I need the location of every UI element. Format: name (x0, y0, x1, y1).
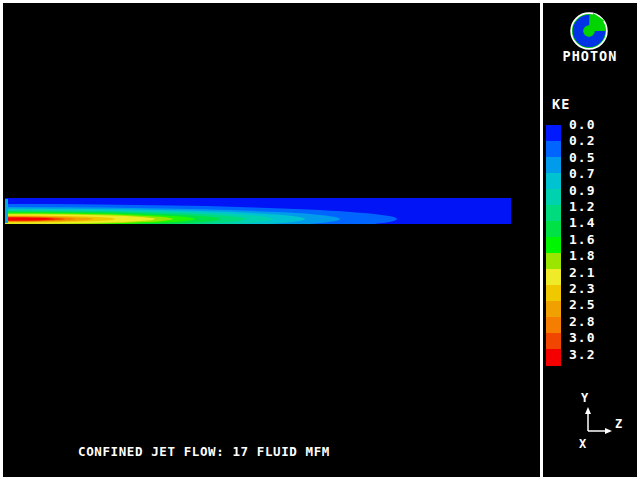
sidebar-divider (540, 0, 543, 480)
axis-label-x: X (579, 437, 586, 451)
axis-label-z: Z (615, 417, 622, 431)
legend-swatch (546, 205, 561, 222)
legend-swatch (546, 141, 561, 158)
photon-window: CONFINED JET FLOW: 17 FLUID MFM PHOTON K… (0, 0, 640, 480)
legend-value: 1.2 (569, 200, 595, 214)
legend-swatch (546, 237, 561, 254)
legend-swatch (546, 269, 561, 286)
axis-triad: Y Z X (558, 390, 636, 454)
legend-value: 2.1 (569, 266, 595, 280)
legend-swatch (546, 285, 561, 302)
legend-title: KE (552, 96, 570, 112)
legend-value: 0.0 (569, 118, 595, 132)
legend-value: 0.7 (569, 167, 595, 181)
legend-value: 1.4 (569, 216, 595, 230)
legend-value: 0.9 (569, 184, 595, 198)
inlet-strip (4, 199, 8, 223)
legend-value: 1.8 (569, 249, 595, 263)
legend-value: 2.8 (569, 315, 595, 329)
photon-logo-icon (569, 11, 609, 51)
legend-value: 3.2 (569, 348, 595, 362)
legend-swatch (546, 301, 561, 318)
legend-value: 2.5 (569, 298, 595, 312)
legend-swatch (546, 173, 561, 190)
axis-label-y: Y (581, 391, 588, 405)
legend-value: 2.3 (569, 282, 595, 296)
legend-swatch (546, 349, 561, 366)
color-legend: 0.00.20.50.70.91.21.41.61.82.12.32.52.83… (546, 125, 616, 365)
legend-swatch (546, 189, 561, 206)
logo-label: PHOTON (543, 48, 637, 64)
legend-swatch (546, 125, 561, 142)
axis-arrows (558, 390, 636, 454)
legend-value: 0.2 (569, 134, 595, 148)
legend-value: 3.0 (569, 331, 595, 345)
legend-value: 1.6 (569, 233, 595, 247)
legend-swatch (546, 333, 561, 350)
ke-contour-plot (0, 0, 640, 480)
legend-swatch (546, 317, 561, 334)
plot-caption: CONFINED JET FLOW: 17 FLUID MFM (78, 444, 330, 459)
legend-swatch (546, 221, 561, 238)
legend-swatch (546, 253, 561, 270)
legend-value: 0.5 (569, 151, 595, 165)
legend-swatch (546, 157, 561, 174)
